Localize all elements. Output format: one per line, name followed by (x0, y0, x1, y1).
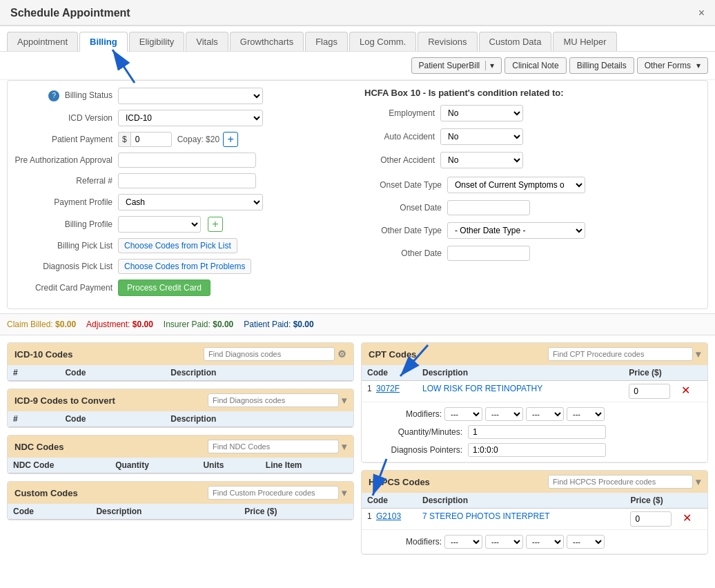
other-date-type-select[interactable]: - Other Date Type - (447, 222, 585, 239)
icd9-col-desc: Description (165, 411, 353, 427)
process-credit-card-button[interactable]: Process Credit Card (118, 280, 210, 296)
onset-date-input[interactable] (447, 200, 530, 215)
custom-block: Custom Codes ▾ Code Description Price ($… (7, 481, 354, 520)
patient-payment-input[interactable] (130, 132, 172, 147)
copay-text: Copay: $20 (177, 135, 219, 144)
hcpcs-row-desc: 7 stereo photos interpret (417, 509, 625, 530)
copay-add-button[interactable]: + (223, 132, 238, 147)
icd9-col-hash: # (8, 411, 59, 427)
other-date-input[interactable] (447, 246, 530, 261)
hcpcs-header: HCPCS Codes ▾ (362, 471, 707, 493)
custom-col-desc: Description (90, 504, 239, 520)
tab-customdata[interactable]: Custom Data (479, 32, 552, 51)
icd9-title: ICD-9 Codes to Convert (14, 395, 115, 406)
patient-superbill-button[interactable]: Patient SuperBill ▾ (411, 57, 502, 74)
onset-date-type-label: Onset Date Type (364, 180, 447, 190)
billing-profile-add-button[interactable]: + (208, 217, 223, 232)
referral-input[interactable] (118, 173, 256, 188)
cpt-modifier-3[interactable]: --- (526, 407, 564, 421)
employment-label: Employment (364, 108, 440, 118)
auto-accident-label: Auto Accident (364, 132, 440, 141)
pre-auth-input[interactable] (118, 153, 256, 168)
icd9-find-input[interactable] (208, 393, 339, 407)
tab-appointment[interactable]: Appointment (7, 32, 78, 51)
tab-muhelper[interactable]: MU Helper (553, 32, 616, 51)
help-icon[interactable]: ? (48, 90, 59, 101)
cpt-modifier-1[interactable]: --- (444, 407, 482, 421)
clinical-note-button[interactable]: Clinical Note (505, 57, 566, 74)
billing-status-select[interactable] (118, 88, 263, 104)
billing-profile-select[interactable] (118, 216, 201, 233)
tab-growthcharts[interactable]: Growthcharts (230, 32, 304, 51)
diagnosis-pick-list-button[interactable]: Choose Codes from Pt Problems (118, 259, 251, 274)
ndc-header: NDC Codes ▾ (8, 435, 353, 458)
tab-eligibility[interactable]: Eligibility (129, 32, 185, 51)
hcpcs-price-input[interactable] (630, 511, 672, 527)
tab-vitals[interactable]: Vitals (186, 32, 228, 51)
auto-accident-select[interactable]: No (440, 128, 523, 145)
icd10-table: # Code Description (8, 365, 353, 381)
tab-flags[interactable]: Flags (305, 32, 348, 51)
icd9-col-code: Code (59, 411, 165, 427)
insurer-paid-label: Insurer Paid: (164, 320, 210, 329)
hcpcs-modifier-3[interactable]: --- (526, 535, 564, 549)
billing-pick-list-button[interactable]: Choose Codes from Pick List (118, 238, 237, 253)
hcpcs-delete-button[interactable]: ✕ (683, 511, 692, 525)
ndc-dropdown-icon: ▾ (342, 441, 346, 452)
patient-payment-label: Patient Payment (14, 135, 118, 144)
icd-version-label: ICD Version (14, 113, 118, 123)
other-accident-select[interactable]: No (440, 152, 523, 168)
icd9-header: ICD-9 Codes to Convert ▾ (8, 389, 353, 411)
hcpcs-col-code: Code (362, 493, 417, 509)
onset-date-label: Onset Date (364, 203, 447, 213)
modal-title: Schedule Appointment (10, 7, 130, 19)
hcpcs-code-link[interactable]: G2103 (376, 511, 401, 521)
billing-details-button[interactable]: Billing Details (569, 57, 634, 74)
hcpcs-find-input[interactable] (548, 475, 693, 489)
codes-right: CPT Codes ▾ Code Description Price ($) (361, 342, 708, 555)
ndc-block: NDC Codes ▾ NDC Code Quantity Units Line… (7, 435, 354, 474)
ndc-col-line: Line Item (260, 458, 353, 473)
custom-table: Code Description Price ($) (8, 504, 353, 520)
cpt-quantity-input[interactable] (468, 425, 606, 439)
cpt-col-code: Code (362, 365, 417, 381)
tab-billing[interactable]: Billing (79, 32, 128, 52)
ndc-title: NDC Codes (14, 442, 64, 452)
cpt-row-price (623, 381, 676, 402)
close-icon[interactable]: × (698, 7, 705, 19)
hcpcs-row-code: 1 G2103 (362, 509, 417, 530)
cpt-find-input[interactable] (548, 347, 693, 361)
employment-select[interactable]: No (440, 105, 523, 121)
hcpcs-title: HCPCS Codes (369, 477, 430, 487)
ndc-find-input[interactable] (208, 440, 339, 453)
icd-version-select[interactable]: ICD-10 (118, 110, 263, 126)
patient-paid-label: Patient Paid: (244, 320, 291, 329)
cpt-block: CPT Codes ▾ Code Description Price ($) (361, 342, 708, 463)
cpt-price-input[interactable] (629, 384, 670, 399)
cpt-delete-button[interactable]: ✕ (681, 384, 690, 397)
other-forms-button[interactable]: Other Forms ▾ (637, 57, 708, 74)
hcpcs-row: 1 G2103 7 stereo photos interpret ✕ (362, 509, 707, 530)
icd10-find-input[interactable] (204, 347, 335, 361)
tab-revisions[interactable]: Revisions (418, 32, 477, 51)
payment-profile-select[interactable]: Cash (118, 194, 263, 210)
cpt-header: CPT Codes ▾ (362, 343, 707, 365)
cpt-row-desc: LOW RISK FOR RETINOPATHY (417, 381, 623, 402)
cpt-modifier-4[interactable]: --- (567, 407, 605, 421)
tab-logcomm[interactable]: Log Comm. (349, 32, 416, 51)
claim-billed: Claim Billed: $0.00 (7, 320, 76, 329)
cpt-code-link[interactable]: 3072F (376, 384, 400, 393)
ndc-col-units: Units (197, 458, 259, 473)
referral-label: Referral # (14, 176, 118, 186)
icd10-spinner-icon: ⚙ (337, 349, 346, 360)
cpt-dropdown-icon: ▾ (696, 349, 701, 360)
custom-find-input[interactable] (208, 486, 339, 500)
hcpcs-modifier-2[interactable]: --- (485, 535, 523, 549)
hcpcs-modifier-1[interactable]: --- (444, 535, 482, 549)
diag-pointers-label: Diagnosis Pointers: (373, 445, 462, 455)
toolbar: Patient SuperBill ▾ Clinical Note Billin… (0, 52, 715, 80)
cpt-diag-pointers-input[interactable] (468, 443, 606, 457)
onset-date-type-select[interactable]: Onset of Current Symptoms o (447, 177, 585, 193)
cpt-modifier-2[interactable]: --- (485, 407, 523, 421)
hcpcs-modifier-4[interactable]: --- (567, 535, 605, 549)
